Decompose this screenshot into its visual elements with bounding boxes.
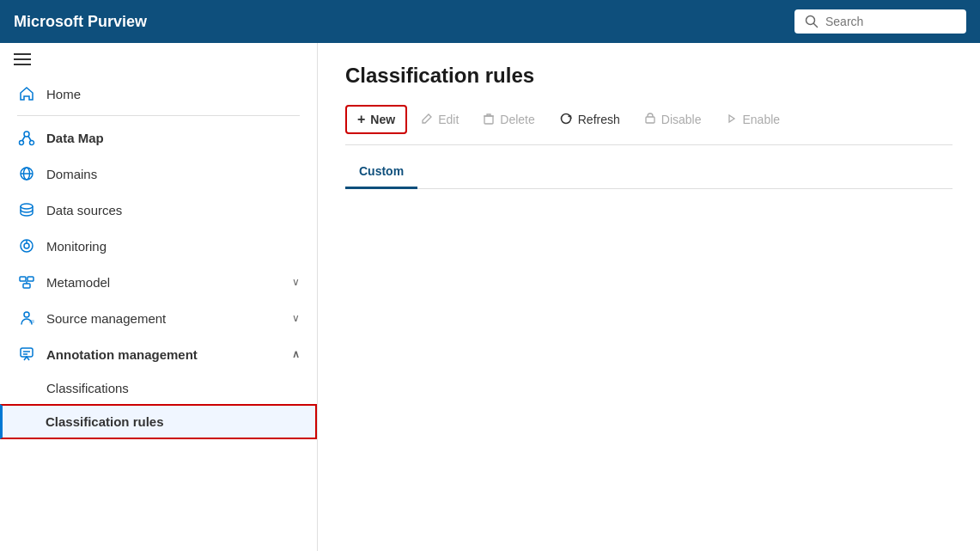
svg-rect-16	[23, 284, 30, 288]
tab-custom[interactable]: Custom	[345, 156, 417, 189]
plus-icon: +	[357, 112, 365, 127]
hamburger-line-1	[14, 53, 31, 55]
monitoring-icon	[17, 236, 36, 255]
edit-button[interactable]: Edit	[411, 107, 469, 132]
sidebar-item-home-label: Home	[46, 87, 81, 101]
enable-button-label: Enable	[742, 113, 780, 126]
refresh-icon	[559, 112, 573, 128]
sidebar-item-data-sources-label: Data sources	[46, 203, 122, 217]
sidebar-item-source-management[interactable]: Source management ∨	[0, 300, 317, 336]
sidebar-item-metamodel-label: Metamodel	[46, 275, 110, 290]
app-title: Microsoft Purview	[14, 13, 147, 31]
refresh-button-label: Refresh	[578, 113, 620, 126]
hamburger-line-3	[14, 64, 31, 65]
disable-button-label: Disable	[661, 113, 702, 126]
sidebar-item-domains[interactable]: Domains	[0, 156, 317, 192]
tab-custom-label: Custom	[359, 164, 404, 178]
svg-point-10	[21, 204, 33, 209]
svg-point-4	[30, 141, 34, 145]
toolbar: + New Edit Del	[345, 105, 953, 145]
sidebar-item-domains-label: Domains	[46, 167, 97, 181]
tabs-bar: Custom	[345, 156, 953, 189]
delete-button[interactable]: Delete	[472, 107, 545, 132]
domains-icon	[17, 164, 36, 183]
sidebar-item-classification-rules[interactable]: Classification rules	[0, 404, 317, 439]
sidebar-nav: Home Data Map	[0, 76, 317, 439]
sidebar-item-data-sources[interactable]: Data sources	[0, 192, 317, 228]
svg-rect-23	[484, 116, 493, 124]
svg-rect-25	[646, 117, 654, 123]
enable-button[interactable]: Enable	[715, 107, 790, 132]
sidebar-item-data-map-label: Data Map	[46, 131, 104, 145]
sidebar-sub-classifications-label: Classifications	[46, 381, 129, 395]
svg-marker-26	[729, 115, 734, 122]
svg-point-3	[20, 141, 24, 145]
sidebar-item-annotation-management[interactable]: Annotation management ∧	[0, 336, 317, 372]
svg-line-6	[28, 137, 31, 141]
svg-rect-19	[29, 320, 34, 323]
metamodel-chevron-icon: ∨	[292, 276, 300, 288]
annotation-mgmt-chevron-icon: ∧	[292, 348, 300, 360]
edit-icon	[421, 113, 433, 127]
svg-point-12	[24, 243, 29, 248]
svg-line-5	[22, 137, 25, 141]
sidebar-item-monitoring[interactable]: Monitoring	[0, 228, 317, 264]
source-mgmt-icon	[17, 309, 36, 328]
new-button[interactable]: + New	[345, 105, 407, 134]
enable-icon	[725, 113, 737, 127]
sidebar-item-home[interactable]: Home	[0, 76, 317, 112]
disable-icon	[644, 113, 656, 127]
page-title: Classification rules	[345, 64, 953, 88]
source-mgmt-chevron-icon: ∨	[292, 312, 300, 324]
delete-button-label: Delete	[500, 113, 534, 126]
new-button-label: New	[370, 113, 395, 126]
search-input[interactable]	[825, 15, 956, 28]
home-icon	[17, 84, 36, 103]
datasources-icon	[17, 200, 36, 219]
sidebar-item-classifications[interactable]: Classifications	[0, 372, 317, 404]
hamburger-line-2	[14, 58, 31, 60]
app-header: Microsoft Purview	[0, 0, 980, 43]
sidebar-item-monitoring-label: Monitoring	[46, 239, 107, 254]
sidebar-divider-1	[17, 115, 300, 116]
sidebar-item-annotation-management-label: Annotation management	[46, 347, 198, 362]
search-box[interactable]	[794, 9, 966, 34]
delete-icon	[483, 113, 495, 127]
hamburger-menu[interactable]	[0, 43, 34, 76]
sidebar-sub-classification-rules-label: Classification rules	[46, 414, 164, 429]
search-icon	[805, 15, 819, 28]
svg-point-18	[24, 312, 29, 317]
sidebar-item-metamodel[interactable]: Metamodel ∨	[0, 264, 317, 300]
svg-line-1	[814, 24, 818, 28]
svg-rect-14	[20, 277, 26, 281]
disable-button[interactable]: Disable	[634, 107, 712, 132]
sidebar: Home Data Map	[0, 43, 318, 551]
annotation-icon	[17, 345, 36, 364]
edit-button-label: Edit	[438, 113, 459, 126]
svg-rect-15	[27, 277, 33, 281]
main-layout: Home Data Map	[0, 43, 980, 551]
datamap-icon	[17, 128, 36, 147]
refresh-button[interactable]: Refresh	[549, 107, 630, 133]
sidebar-item-source-management-label: Source management	[46, 311, 166, 326]
svg-point-2	[24, 132, 29, 137]
metamodel-icon	[17, 272, 36, 291]
sidebar-item-data-map[interactable]: Data Map	[0, 119, 317, 156]
svg-rect-20	[21, 348, 33, 357]
content-area: Classification rules + New Edit	[318, 43, 980, 551]
